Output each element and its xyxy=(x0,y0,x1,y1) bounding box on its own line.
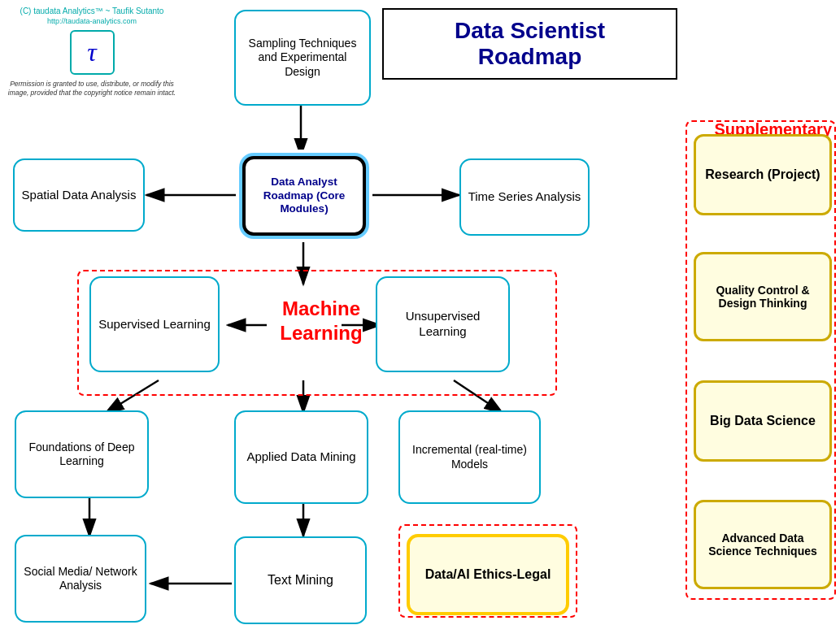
svg-line-8 xyxy=(106,380,159,413)
node-applied: Applied Data Mining xyxy=(234,410,368,504)
credit-url: http://taudata-analytics.com xyxy=(7,17,177,25)
permission-text: Permission is granted to use, distribute… xyxy=(7,80,177,98)
title-box: Data Scientist Roadmap xyxy=(382,8,677,80)
node-textmining: Text Mining xyxy=(234,536,367,624)
svg-line-10 xyxy=(454,380,503,413)
node-core: Data Analyst Roadmap (Core Modules) xyxy=(242,156,366,236)
node-unsupervised: Unsupervised Learning xyxy=(376,276,510,372)
supp-bigdata: Big Data Science xyxy=(694,380,832,462)
node-supervised: Supervised Learning xyxy=(89,276,220,372)
supp-advanced: Advanced Data Science Techniques xyxy=(694,500,832,589)
node-sampling: Sampling Techniques and Experimental Des… xyxy=(234,10,371,106)
tau-logo: τ xyxy=(70,30,115,75)
supp-quality: Quality Control & Design Thinking xyxy=(694,252,832,341)
supp-research: Research (Project) xyxy=(694,134,832,215)
node-social: Social Media/ Network Analysis xyxy=(15,535,146,623)
node-spatial: Spatial Data Analysis xyxy=(13,158,145,232)
credit-area: (C) taudata Analytics™ ~ Taufik Sutanto … xyxy=(7,7,177,98)
node-incremental: Incremental (real-time) Models xyxy=(398,410,541,504)
node-ethics: Data/AI Ethics-Legal xyxy=(407,534,569,615)
node-timeseries: Time Series Analysis xyxy=(459,158,590,236)
node-foundations: Foundations of Deep Learning xyxy=(15,410,149,498)
node-ml-label: Machine Learning xyxy=(268,297,374,345)
page-title: Data Scientist Roadmap xyxy=(400,18,659,70)
credit-line1: (C) taudata Analytics™ ~ Taufik Sutanto xyxy=(7,7,177,15)
